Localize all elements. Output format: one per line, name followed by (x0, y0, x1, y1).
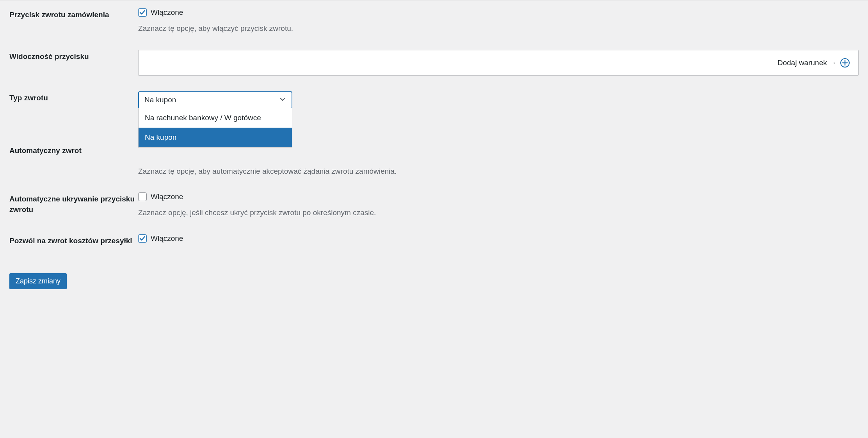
top-separator (0, 0, 868, 1)
check-icon (139, 9, 146, 16)
dropdown-option-bank[interactable]: Na rachunek bankowy / W gotówce (139, 108, 292, 128)
condition-box: Dodaj warunek → (138, 50, 859, 76)
setting-row-auto-hide: Automatyczne ukrywanie przycisku zwrotu … (9, 192, 859, 219)
label-auto-return: Automatyczny zwrot (9, 144, 138, 156)
setting-row-return-button: Przycisk zwrotu zamówienia Włączone Zazn… (9, 8, 859, 34)
select-display-return-type[interactable]: Na kupon (138, 91, 292, 109)
plus-circle-icon (840, 58, 850, 68)
label-auto-hide: Automatyczne ukrywanie przycisku zwrotu (9, 192, 138, 215)
select-return-type: Na kupon Na rachunek bankowy / W gotówce… (138, 91, 292, 109)
checkbox-row-auto-hide: Włączone (138, 192, 859, 201)
description-return-button: Zaznacz tę opcję, aby włączyć przycisk z… (138, 23, 859, 34)
control-button-visibility: Dodaj warunek → (138, 50, 859, 76)
label-button-visibility: Widoczność przycisku (9, 50, 138, 62)
label-shipping-refund: Pozwól na zwrot kosztów przesyłki (9, 234, 138, 246)
checkbox-label-return-button: Włączone (151, 8, 183, 17)
setting-row-shipping-refund: Pozwól na zwrot kosztów przesyłki Włączo… (9, 234, 859, 246)
setting-row-auto-return: Automatyczny zwrot Zaznacz tę opcję, aby… (9, 144, 859, 177)
control-shipping-refund: Włączone (138, 234, 859, 243)
setting-row-return-type: Typ zwrotu Na kupon Na rachunek bankowy … (9, 91, 859, 109)
add-condition-button[interactable]: Dodaj warunek → (777, 58, 850, 68)
dropdown-options-return-type: Na rachunek bankowy / W gotówce Na kupon (138, 108, 292, 148)
label-return-button: Przycisk zwrotu zamówienia (9, 8, 138, 20)
checkbox-label-auto-hide: Włączone (151, 192, 183, 201)
control-auto-return: Zaznacz tę opcję, aby automatycznie akce… (138, 144, 859, 177)
save-button[interactable]: Zapisz zmiany (9, 273, 67, 289)
select-value-return-type: Na kupon (144, 96, 176, 104)
description-auto-hide: Zaznacz opcję, jeśli chcesz ukryć przyci… (138, 207, 859, 219)
control-return-button: Włączone Zaznacz tę opcję, aby włączyć p… (138, 8, 859, 34)
control-auto-hide: Włączone Zaznacz opcję, jeśli chcesz ukr… (138, 192, 859, 219)
checkbox-auto-hide[interactable] (138, 192, 147, 201)
setting-row-button-visibility: Widoczność przycisku Dodaj warunek → (9, 50, 859, 76)
check-icon (139, 235, 146, 242)
checkbox-return-button[interactable] (138, 8, 147, 17)
checkbox-shipping-refund[interactable] (138, 234, 147, 243)
checkbox-label-shipping-refund: Włączone (151, 234, 183, 243)
chevron-down-icon (279, 96, 286, 105)
checkbox-row-return-button: Włączone (138, 8, 859, 17)
add-condition-label: Dodaj warunek → (777, 59, 836, 67)
dropdown-option-coupon[interactable]: Na kupon (139, 128, 292, 147)
control-return-type: Na kupon Na rachunek bankowy / W gotówce… (138, 91, 859, 109)
description-auto-return: Zaznacz tę opcję, aby automatycznie akce… (138, 166, 859, 177)
label-return-type: Typ zwrotu (9, 91, 138, 103)
checkbox-row-shipping-refund: Włączone (138, 234, 859, 243)
